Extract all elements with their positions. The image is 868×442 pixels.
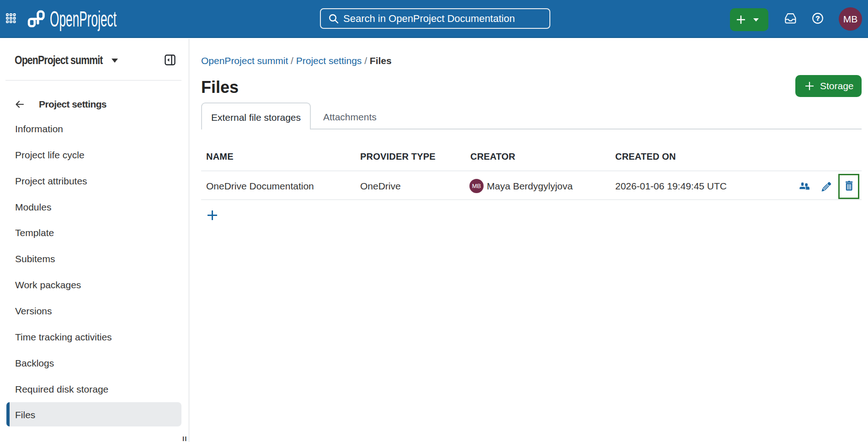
svg-text:?: ? [815,14,820,22]
svg-text:OpenProject: OpenProject [50,8,117,31]
